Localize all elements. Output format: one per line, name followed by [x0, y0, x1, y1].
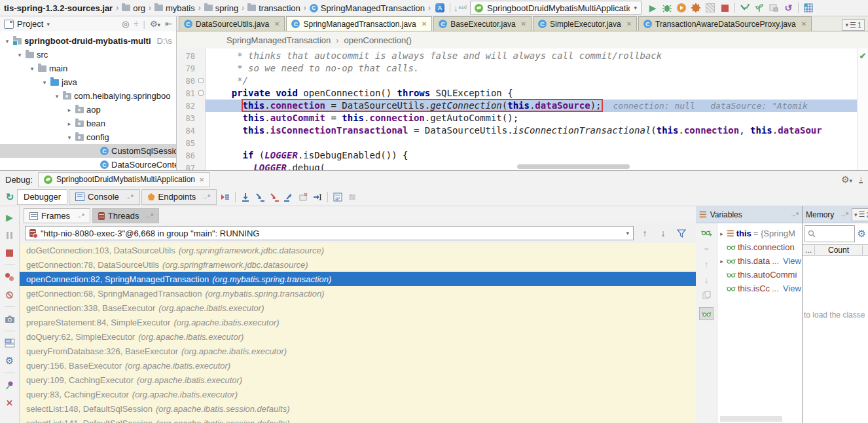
previous-frame-button[interactable]: ↑ — [638, 226, 652, 240]
tree-chevron[interactable]: ▸ — [66, 107, 73, 113]
horizontal-scrollbar[interactable] — [517, 164, 630, 169]
evaluate-expression-button[interactable] — [331, 190, 345, 204]
debug-button[interactable] — [660, 1, 674, 15]
line-number[interactable]: 80 — [177, 75, 205, 87]
frame-row[interactable]: query:156, BaseExecutor(org.apache.ibati… — [20, 358, 696, 373]
fold-marker[interactable] — [198, 90, 204, 96]
tree-row[interactable]: ▸bean — [0, 117, 176, 130]
run-with-coverage-button[interactable] — [674, 1, 689, 15]
line-number[interactable]: 85 — [177, 137, 205, 149]
inspection-stripe[interactable]: ✔ — [857, 48, 868, 170]
rollback-button[interactable]: ↺ — [781, 1, 795, 15]
frame-row[interactable]: getConnection:338, BaseExecutor(org.apac… — [20, 301, 696, 315]
line-number[interactable]: 86 — [177, 149, 205, 162]
tree-row[interactable]: ▾java — [0, 75, 176, 89]
view-breakpoints-button[interactable] — [3, 270, 17, 284]
line-number[interactable]: 79 — [177, 62, 205, 75]
code-editor[interactable]: 78798081828384858687 * thinks that autoc… — [177, 48, 868, 170]
tab-threads[interactable]: Threads — [92, 208, 159, 223]
tree-row[interactable]: ▾main — [0, 62, 176, 75]
step-out-button[interactable] — [281, 190, 296, 204]
settings-gear-button[interactable]: ⚙▾ — [150, 19, 160, 29]
step-over-button[interactable] — [238, 190, 253, 204]
variable-row[interactable]: ▸☰this = {SpringM — [717, 227, 802, 240]
tree-chevron[interactable]: ▾ — [41, 79, 48, 86]
breadcrumb-item[interactable]: SpringManagedTransaction — [308, 3, 426, 13]
close-button[interactable]: ✕ — [3, 395, 17, 410]
line-number[interactable]: 83 — [177, 112, 205, 124]
close-icon[interactable] — [626, 20, 632, 28]
code-line[interactable]: if (LOGGER.isDebugEnabled()) { — [206, 149, 857, 162]
code-line[interactable] — [206, 137, 857, 149]
editor-lines[interactable]: * thinks that autocommit is always false… — [206, 48, 857, 170]
column-count[interactable]: Count — [815, 246, 863, 255]
tree-chevron[interactable]: ▾ — [4, 38, 10, 45]
code-line[interactable]: private void openConnection() throws SQL… — [206, 87, 857, 100]
thread-dump-button[interactable] — [3, 312, 17, 326]
variable-row[interactable]: this.autoCommi — [717, 268, 802, 282]
variable-row[interactable]: ▸this.data...View — [717, 254, 802, 268]
bytecode-viewer-button[interactable]: ↓ — [453, 1, 467, 15]
frame-row[interactable]: selectList:141, DefaultSqlSession(org.ap… — [20, 416, 696, 423]
tree-chevron[interactable]: ▾ — [16, 52, 23, 58]
code-line[interactable]: this.connection = DataSourceUtils.getCon… — [206, 100, 857, 112]
tree-row[interactable]: ▾springboot-druid-mybatis-multiD:\s — [0, 34, 176, 48]
run-to-cursor-button[interactable] — [310, 190, 325, 204]
frame-row[interactable]: openConnection:82, SpringManagedTransact… — [20, 272, 696, 286]
show-watches-toggle[interactable] — [699, 307, 714, 320]
frame-row[interactable]: getConnection:68, SpringManagedTransacti… — [20, 286, 696, 301]
code-line[interactable]: */ — [206, 75, 857, 87]
editor-tab-list-button[interactable]: ▾ ☰ 1 — [842, 19, 865, 31]
profiler-button[interactable] — [689, 1, 703, 15]
code-line[interactable]: this.isConnectionTransactional = DataSou… — [206, 124, 857, 137]
tree-chevron[interactable]: ▸ — [719, 258, 725, 265]
tree-chevron[interactable]: ▾ — [29, 65, 35, 72]
force-step-into-button[interactable] — [267, 190, 281, 204]
data-grid-button[interactable] — [801, 1, 816, 15]
tree-chevron[interactable]: ▸ — [66, 120, 73, 127]
run-config-select[interactable]: SpringbootDruidMybatisMultiApplication ▾ — [470, 1, 642, 15]
editor-tab[interactable]: TransactionAwareDataSourceProxy.java — [638, 16, 812, 31]
variables-scrollbar[interactable] — [720, 416, 782, 422]
breadcrumb-item[interactable]: mybatis — [153, 3, 196, 13]
debugger-settings-button[interactable]: ⚙ — [3, 354, 17, 368]
code-line[interactable]: * thinks that autocommit is always false… — [206, 50, 857, 62]
column-class[interactable]: ... — [803, 246, 815, 255]
screenshot-button[interactable] — [767, 1, 781, 15]
update-application-button[interactable] — [738, 1, 752, 15]
show-execution-point-button[interactable] — [218, 190, 232, 204]
editor-tab[interactable]: SpringManagedTransaction.java — [286, 16, 432, 31]
hide-library-frames-button[interactable] — [674, 226, 689, 240]
select-opened-file-button[interactable]: ◎ — [122, 19, 129, 29]
rerun-button[interactable]: ↻ — [3, 190, 17, 204]
close-icon[interactable] — [801, 20, 806, 28]
breadcrumb-item[interactable]: tis-spring-1.3.2-sources.jar — [3, 3, 114, 13]
close-icon[interactable] — [199, 176, 204, 183]
tree-row[interactable]: CustomSqlSession — [0, 144, 176, 158]
memory-layout-button[interactable]: ▾ ☰ 2 — [852, 208, 868, 221]
line-number[interactable]: 87 — [177, 162, 205, 170]
line-number[interactable]: 84 — [177, 124, 205, 137]
close-icon[interactable] — [521, 20, 526, 28]
hide-panel-button[interactable]: ⇤ — [165, 19, 172, 29]
run-button[interactable]: ▶ — [645, 1, 660, 15]
line-number[interactable]: 81 — [177, 87, 205, 100]
hide-panel-button[interactable]: ↓ — [859, 175, 863, 183]
breadcrumb-item[interactable]: transaction — [246, 3, 302, 13]
mute-breakpoints-button[interactable] — [3, 287, 17, 302]
frame-row[interactable]: query:109, CachingExecutor(org.apache.ib… — [20, 373, 696, 387]
breadcrumb-item[interactable]: org — [120, 3, 147, 13]
memory-settings-button[interactable]: ⚙ — [858, 228, 866, 240]
editor-tab[interactable]: DataSourceUtils.java — [179, 16, 285, 31]
stop-button[interactable] — [3, 246, 17, 260]
restore-layout-button[interactable] — [3, 336, 17, 350]
code-line[interactable]: * so we need to no-op that calls. — [206, 62, 857, 75]
line-number[interactable]: 82 — [177, 100, 205, 112]
variable-row[interactable]: this.connection — [717, 240, 802, 254]
tree-chevron[interactable]: ▾ — [54, 93, 60, 100]
editor-tab[interactable]: BaseExecutor.java — [433, 16, 532, 31]
thread-select[interactable]: "http-nio-8080-exec-3"@6,668 in group "m… — [25, 226, 634, 240]
frame-row[interactable]: doQuery:62, SimpleExecutor(org.apache.ib… — [20, 329, 696, 344]
frame-row[interactable]: doGetConnection:103, DataSourceUtils(org… — [20, 243, 696, 257]
close-icon[interactable] — [422, 20, 427, 28]
